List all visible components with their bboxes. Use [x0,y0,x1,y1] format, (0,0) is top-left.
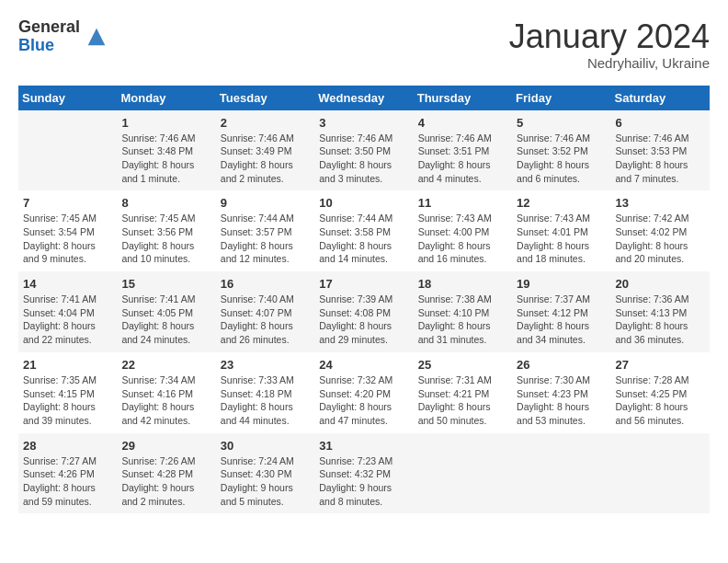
calendar-cell: 1Sunrise: 7:46 AMSunset: 3:48 PMDaylight… [117,110,215,191]
day-number: 27 [616,358,705,372]
calendar-cell [18,110,117,191]
calendar-cell: 11Sunrise: 7:43 AMSunset: 4:00 PMDayligh… [414,190,512,271]
calendar-cell: 27Sunrise: 7:28 AMSunset: 4:25 PMDayligh… [611,352,710,433]
day-number: 1 [121,116,210,130]
day-info: Sunrise: 7:35 AMSunset: 4:15 PMDaylight:… [23,373,112,428]
calendar-cell: 19Sunrise: 7:37 AMSunset: 4:12 PMDayligh… [512,271,610,352]
calendar-table: SundayMondayTuesdayWednesdayThursdayFrid… [18,86,710,514]
day-number: 10 [319,196,408,210]
title-block: January 2024 Nedryhailiv, Ukraine [509,18,710,71]
day-number: 21 [23,358,112,372]
header-saturday: Saturday [611,86,710,110]
day-number: 11 [418,196,507,210]
header-sunday: Sunday [18,86,117,110]
day-info: Sunrise: 7:31 AMSunset: 4:21 PMDaylight:… [418,373,507,428]
day-info: Sunrise: 7:43 AMSunset: 4:00 PMDaylight:… [418,212,507,266]
day-number: 26 [517,358,606,372]
calendar-cell [611,433,710,514]
day-info: Sunrise: 7:46 AMSunset: 3:52 PMDaylight:… [517,132,606,186]
calendar-cell: 9Sunrise: 7:44 AMSunset: 3:57 PMDaylight… [216,190,314,271]
day-info: Sunrise: 7:46 AMSunset: 3:53 PMDaylight:… [616,132,705,186]
day-info: Sunrise: 7:37 AMSunset: 4:12 PMDaylight:… [517,293,606,347]
day-info: Sunrise: 7:32 AMSunset: 4:20 PMDaylight:… [319,373,408,428]
day-info: Sunrise: 7:39 AMSunset: 4:08 PMDaylight:… [319,293,408,347]
calendar-week-row: 14Sunrise: 7:41 AMSunset: 4:04 PMDayligh… [18,271,710,352]
calendar-cell: 14Sunrise: 7:41 AMSunset: 4:04 PMDayligh… [18,271,117,352]
location-subtitle: Nedryhailiv, Ukraine [509,55,710,71]
header-wednesday: Wednesday [314,86,413,110]
logo-general: General [18,18,80,37]
day-number: 29 [121,439,210,453]
calendar-cell: 16Sunrise: 7:40 AMSunset: 4:07 PMDayligh… [216,271,314,352]
calendar-cell: 20Sunrise: 7:36 AMSunset: 4:13 PMDayligh… [611,271,710,352]
calendar-cell: 23Sunrise: 7:33 AMSunset: 4:18 PMDayligh… [216,352,314,433]
header-thursday: Thursday [414,86,512,110]
logo-icon [84,24,109,50]
day-number: 12 [517,196,606,210]
day-number: 6 [616,116,705,130]
day-info: Sunrise: 7:28 AMSunset: 4:25 PMDaylight:… [616,373,705,428]
calendar-week-row: 1Sunrise: 7:46 AMSunset: 3:48 PMDaylight… [18,110,710,191]
calendar-cell [512,433,610,514]
day-info: Sunrise: 7:46 AMSunset: 3:49 PMDaylight:… [221,132,310,186]
calendar-cell: 12Sunrise: 7:43 AMSunset: 4:01 PMDayligh… [512,190,610,271]
day-info: Sunrise: 7:46 AMSunset: 3:50 PMDaylight:… [319,132,408,186]
calendar-cell: 29Sunrise: 7:26 AMSunset: 4:28 PMDayligh… [117,433,215,514]
day-info: Sunrise: 7:43 AMSunset: 4:01 PMDaylight:… [517,212,606,266]
day-number: 9 [221,196,310,210]
calendar-cell: 30Sunrise: 7:24 AMSunset: 4:30 PMDayligh… [216,433,314,514]
logo: General Blue [18,18,109,55]
day-number: 22 [121,358,210,372]
svg-marker-0 [88,28,106,45]
calendar-cell: 6Sunrise: 7:46 AMSunset: 3:53 PMDaylight… [611,110,710,191]
logo-blue: Blue [18,37,80,55]
calendar-cell: 3Sunrise: 7:46 AMSunset: 3:50 PMDaylight… [314,110,413,191]
day-number: 2 [221,116,310,130]
day-info: Sunrise: 7:44 AMSunset: 3:58 PMDaylight:… [319,212,408,266]
calendar-cell [414,433,512,514]
day-number: 3 [319,116,408,130]
day-number: 15 [121,277,210,291]
month-title: January 2024 [509,18,710,55]
day-number: 24 [319,358,408,372]
calendar-cell: 15Sunrise: 7:41 AMSunset: 4:05 PMDayligh… [117,271,215,352]
day-info: Sunrise: 7:26 AMSunset: 4:28 PMDaylight:… [121,454,210,509]
day-info: Sunrise: 7:38 AMSunset: 4:10 PMDaylight:… [418,293,507,347]
day-info: Sunrise: 7:42 AMSunset: 4:02 PMDaylight:… [616,212,705,266]
day-info: Sunrise: 7:34 AMSunset: 4:16 PMDaylight:… [121,373,210,428]
day-info: Sunrise: 7:33 AMSunset: 4:18 PMDaylight:… [221,373,310,428]
day-number: 13 [616,196,705,210]
day-info: Sunrise: 7:23 AMSunset: 4:32 PMDaylight:… [319,454,408,509]
calendar-cell: 13Sunrise: 7:42 AMSunset: 4:02 PMDayligh… [611,190,710,271]
day-number: 31 [319,439,408,453]
day-number: 30 [221,439,310,453]
calendar-cell: 8Sunrise: 7:45 AMSunset: 3:56 PMDaylight… [117,190,215,271]
calendar-cell: 2Sunrise: 7:46 AMSunset: 3:49 PMDaylight… [216,110,314,191]
day-info: Sunrise: 7:44 AMSunset: 3:57 PMDaylight:… [221,212,310,266]
day-number: 20 [616,277,705,291]
day-info: Sunrise: 7:45 AMSunset: 3:56 PMDaylight:… [121,212,210,266]
page-header: General Blue January 2024 Nedryhailiv, U… [18,18,710,71]
day-number: 25 [418,358,507,372]
day-info: Sunrise: 7:40 AMSunset: 4:07 PMDaylight:… [221,293,310,347]
calendar-week-row: 28Sunrise: 7:27 AMSunset: 4:26 PMDayligh… [18,433,710,514]
calendar-cell: 31Sunrise: 7:23 AMSunset: 4:32 PMDayligh… [314,433,413,514]
calendar-cell: 17Sunrise: 7:39 AMSunset: 4:08 PMDayligh… [314,271,413,352]
calendar-cell: 5Sunrise: 7:46 AMSunset: 3:52 PMDaylight… [512,110,610,191]
day-number: 23 [221,358,310,372]
calendar-cell: 21Sunrise: 7:35 AMSunset: 4:15 PMDayligh… [18,352,117,433]
calendar-week-row: 7Sunrise: 7:45 AMSunset: 3:54 PMDaylight… [18,190,710,271]
calendar-cell: 24Sunrise: 7:32 AMSunset: 4:20 PMDayligh… [314,352,413,433]
day-info: Sunrise: 7:41 AMSunset: 4:05 PMDaylight:… [121,293,210,347]
day-info: Sunrise: 7:36 AMSunset: 4:13 PMDaylight:… [616,293,705,347]
header-friday: Friday [512,86,610,110]
day-info: Sunrise: 7:27 AMSunset: 4:26 PMDaylight:… [23,454,112,509]
header-tuesday: Tuesday [216,86,314,110]
day-number: 14 [23,277,112,291]
day-info: Sunrise: 7:45 AMSunset: 3:54 PMDaylight:… [23,212,112,266]
header-monday: Monday [117,86,215,110]
day-info: Sunrise: 7:24 AMSunset: 4:30 PMDaylight:… [221,454,310,509]
day-number: 28 [23,439,112,453]
day-info: Sunrise: 7:46 AMSunset: 3:48 PMDaylight:… [121,132,210,186]
calendar-cell: 25Sunrise: 7:31 AMSunset: 4:21 PMDayligh… [414,352,512,433]
